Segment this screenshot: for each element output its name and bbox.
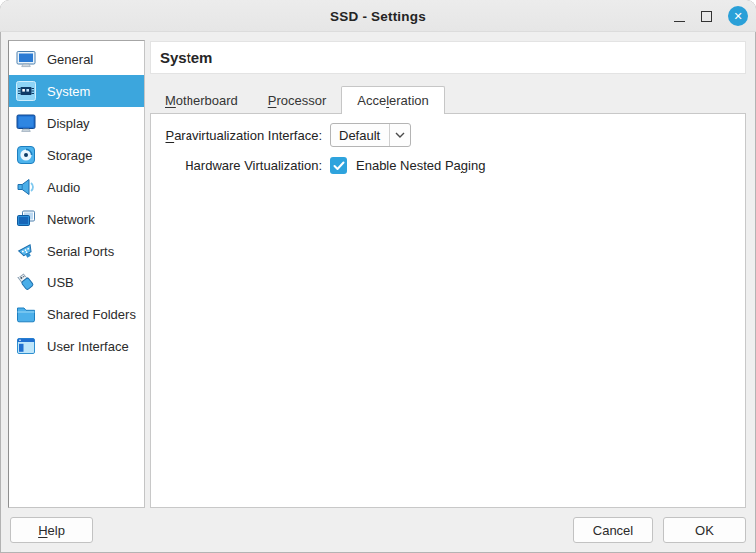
sidebar-item-storage[interactable]: Storage bbox=[9, 139, 144, 171]
minimize-icon[interactable] bbox=[674, 10, 685, 22]
serial-ports-icon bbox=[15, 240, 37, 262]
shared-folders-icon bbox=[15, 303, 37, 325]
sidebar-item-label: Storage bbox=[47, 148, 93, 163]
acceleration-tab-panel: Paravirtualization Interface: Default Ha… bbox=[150, 113, 746, 508]
sidebar-item-label: Network bbox=[47, 212, 95, 227]
paravirtualization-row: Paravirtualization Interface: Default bbox=[151, 123, 745, 147]
nested-paging-label[interactable]: Enable Nested Paging bbox=[356, 158, 485, 173]
sidebar-item-label: Shared Folders bbox=[47, 307, 136, 322]
hardware-virtualization-row: Hardware Virtualization: Enable Nested P… bbox=[151, 157, 745, 174]
paravirtualization-selected-value: Default bbox=[331, 128, 389, 143]
system-tabs: Motherboard Processor Acceleration bbox=[150, 86, 445, 114]
page-title: System bbox=[160, 49, 212, 66]
sidebar-item-audio[interactable]: Audio bbox=[9, 171, 144, 203]
tab-label: Motherboard bbox=[165, 93, 238, 108]
sidebar-item-network[interactable]: Network bbox=[9, 203, 144, 235]
sidebar-item-label: Display bbox=[47, 116, 90, 131]
paravirtualization-select[interactable]: Default bbox=[330, 123, 411, 147]
nested-paging-checkbox[interactable] bbox=[330, 157, 347, 174]
network-icon bbox=[15, 208, 37, 230]
sidebar-item-user-interface[interactable]: User Interface bbox=[9, 330, 144, 362]
hardware-virtualization-label: Hardware Virtualization: bbox=[151, 158, 322, 173]
audio-icon bbox=[15, 176, 37, 198]
sidebar-item-general[interactable]: General bbox=[9, 43, 144, 75]
chevron-down-icon bbox=[390, 132, 410, 138]
sidebar-item-label: USB bbox=[47, 276, 74, 290]
system-icon bbox=[15, 80, 37, 102]
settings-category-list: General System bbox=[8, 40, 145, 508]
user-interface-icon bbox=[15, 335, 37, 357]
tab-processor[interactable]: Processor bbox=[253, 87, 342, 114]
close-icon[interactable]: ✕ bbox=[728, 6, 748, 26]
page-header: System bbox=[150, 41, 746, 74]
sidebar-item-label: System bbox=[47, 84, 90, 99]
cancel-button[interactable]: Cancel bbox=[573, 517, 653, 543]
ok-button[interactable]: OK bbox=[663, 517, 746, 543]
tab-label: Processor bbox=[268, 93, 327, 108]
sidebar-item-label: General bbox=[47, 52, 93, 67]
titlebar[interactable]: SSD - Settings ✕ bbox=[0, 0, 756, 32]
tab-label: Acceleration bbox=[357, 93, 429, 108]
sidebar-item-label: Audio bbox=[47, 180, 80, 195]
help-button[interactable]: Help bbox=[10, 517, 93, 543]
sidebar-item-label: Serial Ports bbox=[47, 244, 114, 259]
sidebar-item-system[interactable]: System bbox=[9, 75, 144, 107]
sidebar-item-shared-folders[interactable]: Shared Folders bbox=[9, 298, 144, 330]
sidebar-item-serial-ports[interactable]: Serial Ports bbox=[9, 235, 144, 267]
maximize-icon[interactable] bbox=[701, 11, 712, 22]
window-title: SSD - Settings bbox=[0, 0, 756, 32]
settings-dialog: SSD - Settings ✕ General bbox=[0, 0, 756, 553]
sidebar-item-display[interactable]: Display bbox=[9, 107, 144, 139]
storage-icon bbox=[15, 144, 37, 166]
display-icon bbox=[15, 112, 37, 134]
general-icon bbox=[15, 48, 37, 70]
tab-motherboard[interactable]: Motherboard bbox=[150, 87, 253, 114]
sidebar-item-usb[interactable]: USB bbox=[9, 267, 144, 298]
tab-acceleration[interactable]: Acceleration bbox=[341, 86, 445, 114]
usb-icon bbox=[15, 272, 37, 293]
sidebar-item-label: User Interface bbox=[47, 339, 129, 354]
paravirtualization-label: Paravirtualization Interface: bbox=[151, 128, 322, 143]
